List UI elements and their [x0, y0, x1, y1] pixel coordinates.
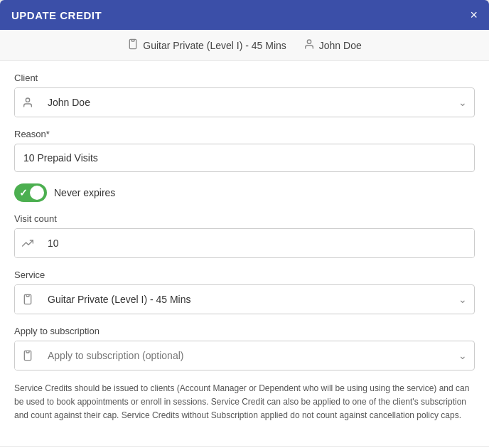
subscription-chevron-icon[interactable]: ⌄: [451, 350, 474, 361]
trending-up-icon: [15, 229, 41, 257]
client-input-wrapper[interactable]: ⌄: [14, 87, 475, 117]
visit-count-input[interactable]: [41, 229, 474, 257]
subscription-clipboard-icon: [15, 341, 41, 370]
user-icon: [303, 38, 315, 52]
reason-group: Reason*: [14, 129, 475, 172]
subscription-label: Apply to subscription: [14, 326, 475, 336]
modal-title: UPDATE CREDIT: [11, 9, 102, 21]
visit-count-label: Visit count: [14, 213, 475, 224]
user-text: John Doe: [319, 40, 362, 51]
client-group: Client ⌄: [14, 73, 475, 117]
svg-rect-3: [26, 294, 29, 297]
svg-rect-0: [131, 39, 134, 41]
reason-label: Reason*: [14, 129, 475, 139]
service-group: Service ⌄: [14, 270, 475, 314]
service-clipboard-icon: [15, 285, 41, 314]
visit-count-group: Visit count: [14, 213, 475, 258]
client-input[interactable]: [41, 88, 451, 117]
svg-point-2: [26, 98, 29, 102]
service-label: Service: [14, 270, 475, 280]
visit-count-wrapper: [14, 228, 475, 258]
reason-input[interactable]: [14, 144, 475, 172]
never-expires-label: Never expires: [54, 187, 115, 198]
subscription-input-wrapper[interactable]: ⌄: [14, 341, 475, 370]
client-label: Client: [14, 73, 475, 83]
service-chevron-icon[interactable]: ⌄: [451, 294, 474, 305]
modal-footer: UPDATE: [0, 446, 489, 448]
close-button[interactable]: ×: [470, 9, 478, 21]
modal-body: Client ⌄ Reason* ✓: [0, 61, 489, 446]
modal-subheader: Guitar Private (Level I) - 45 Mins John …: [0, 30, 489, 61]
service-info: Guitar Private (Level I) - 45 Mins: [127, 38, 286, 52]
service-input[interactable]: [41, 285, 451, 314]
never-expires-row: ✓ Never expires: [14, 183, 475, 202]
never-expires-toggle[interactable]: ✓: [14, 183, 47, 202]
service-text: Guitar Private (Level I) - 45 Mins: [143, 40, 286, 51]
user-info: John Doe: [303, 38, 362, 52]
toggle-slider: [14, 183, 47, 202]
update-credit-modal: UPDATE CREDIT × Guitar Private (Level I)…: [0, 0, 489, 448]
modal-header: UPDATE CREDIT ×: [0, 0, 489, 30]
service-input-wrapper[interactable]: ⌄: [14, 284, 475, 314]
client-user-icon: [15, 88, 41, 117]
svg-rect-4: [26, 351, 29, 353]
subscription-input[interactable]: [41, 341, 451, 370]
info-text: Service Credits should be issued to clie…: [14, 382, 475, 423]
clipboard-icon: [127, 38, 139, 52]
svg-point-1: [307, 40, 311, 43]
client-chevron-icon[interactable]: ⌄: [451, 97, 474, 108]
subscription-group: Apply to subscription ⌄: [14, 326, 475, 370]
